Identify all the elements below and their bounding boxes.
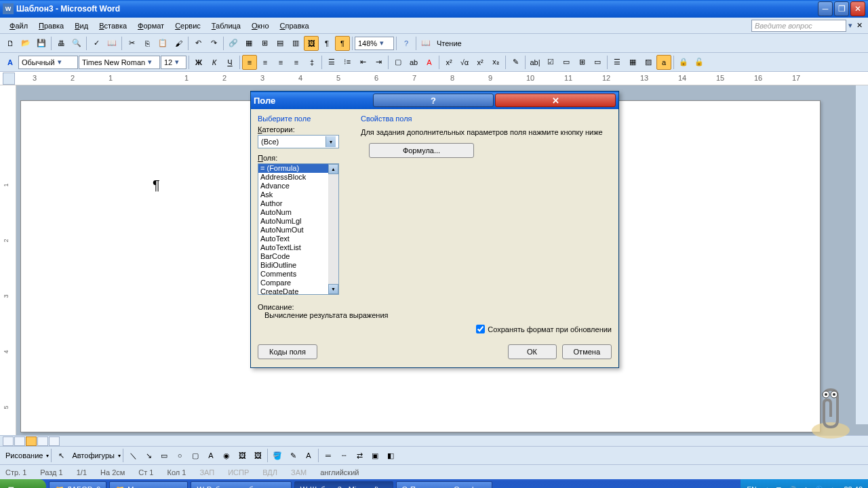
field-item[interactable]: AutoNumOut: [258, 226, 330, 235]
listbox-scrollbar[interactable]: ▲ ▼: [328, 164, 338, 294]
line-icon[interactable]: ＼: [125, 448, 140, 463]
highlight-icon[interactable]: ab: [406, 55, 421, 70]
tab-selector[interactable]: [3, 73, 15, 85]
arrow-icon[interactable]: ↘: [141, 448, 156, 463]
minimize-button[interactable]: ─: [818, 1, 833, 16]
textbox-icon[interactable]: ▢: [188, 448, 203, 463]
tray-icon-2[interactable]: 🖥: [773, 484, 784, 488]
numbering-icon[interactable]: ☰: [324, 55, 339, 70]
undo-icon[interactable]: ↶: [191, 36, 205, 51]
tray-clock[interactable]: 22:42: [844, 485, 863, 488]
menu-file[interactable]: Файл: [4, 20, 33, 31]
print-icon[interactable]: 🖶: [54, 36, 68, 51]
field-item[interactable]: AutoTextList: [258, 243, 330, 252]
taskbar-item[interactable]: OПереводчик Google ...: [396, 481, 492, 488]
horizontal-ruler[interactable]: 3211234567891011121314151617: [0, 72, 868, 85]
vertical-scrollbar[interactable]: [856, 85, 868, 424]
tray-icon-3[interactable]: 🔊: [787, 484, 797, 488]
field-item[interactable]: AutoNumLgl: [258, 217, 330, 226]
sup-icon[interactable]: x²: [473, 55, 488, 70]
hyperlink-icon[interactable]: 🔗: [226, 36, 241, 51]
field-item[interactable]: AddressBlock: [258, 173, 330, 182]
status-ovr[interactable]: ЗАМ: [291, 468, 307, 476]
fields-listbox[interactable]: = (Formula)AddressBlockAdvanceAskAuthorA…: [258, 163, 339, 295]
status-rec[interactable]: ЗАП: [199, 468, 214, 476]
align-center-icon[interactable]: ≡: [258, 55, 273, 70]
preview-icon[interactable]: 🔍: [69, 36, 84, 51]
excel-icon[interactable]: ▤: [273, 36, 288, 51]
preserve-checkbox[interactable]: [476, 325, 485, 333]
print-view-icon[interactable]: [26, 436, 37, 446]
dropdown-icon[interactable]: ▭: [559, 55, 574, 70]
fontcolor-icon[interactable]: A: [422, 55, 437, 70]
lang-indicator[interactable]: EN: [746, 484, 757, 488]
reading-view-icon[interactable]: [49, 436, 60, 446]
office-assistant[interactable]: [807, 386, 854, 441]
rect-icon[interactable]: ▭: [157, 448, 172, 463]
field-item[interactable]: = (Formula): [258, 164, 330, 173]
save-icon[interactable]: 💾: [34, 36, 49, 51]
linecolor-icon[interactable]: ✎: [285, 448, 300, 463]
copy-icon[interactable]: ⎘: [140, 36, 155, 51]
formfield-icon[interactable]: ▭: [590, 55, 605, 70]
dialog-close-button[interactable]: ✕: [495, 94, 616, 107]
lineweight-icon[interactable]: ═: [321, 448, 336, 463]
menu-window[interactable]: Окно: [246, 20, 275, 31]
taskbar-item[interactable]: 📁ЛАБОР_9: [49, 481, 107, 488]
underline-icon[interactable]: Ч: [222, 55, 237, 70]
indent-dec-icon[interactable]: ⇤: [355, 55, 370, 70]
sub-icon[interactable]: x₂: [488, 55, 503, 70]
protect-icon[interactable]: 🔓: [692, 55, 707, 70]
field-codes-button[interactable]: Коды поля: [258, 344, 317, 359]
research-icon[interactable]: 📖: [104, 36, 119, 51]
vertical-ruler[interactable]: 12345: [0, 85, 16, 435]
font-combo[interactable]: Times New Roman▾: [79, 56, 160, 69]
horizontal-scrollbar[interactable]: [63, 436, 865, 446]
bullets-icon[interactable]: ⁝≡: [340, 55, 355, 70]
taskbar-item[interactable]: WРобота з шаблонами...: [191, 481, 291, 488]
start-button[interactable]: ⊞ пуск: [0, 479, 46, 488]
scroll-down-icon[interactable]: ▼: [328, 284, 338, 294]
pen-icon[interactable]: ✎: [508, 55, 523, 70]
tray-icon-1[interactable]: ◀: [760, 484, 770, 488]
menu-table[interactable]: Таблица: [206, 20, 246, 31]
taskbar-item[interactable]: 📁Мои документы: [109, 481, 188, 488]
draw-menu[interactable]: Рисование: [3, 451, 45, 460]
field-item[interactable]: BarCode: [258, 252, 330, 261]
tray-icon-6[interactable]: ◆: [827, 484, 838, 488]
shade-icon[interactable]: ▨: [641, 55, 656, 70]
arrowstyle-icon[interactable]: ⇄: [352, 448, 367, 463]
status-trk[interactable]: ИСПР: [228, 468, 249, 476]
field-item[interactable]: AutoText: [258, 235, 330, 243]
field-item[interactable]: Advance: [258, 182, 330, 190]
show-a-icon[interactable]: a: [656, 55, 671, 70]
checkbox-icon[interactable]: ☑: [543, 55, 558, 70]
drawing-icon[interactable]: 🖼: [304, 36, 319, 51]
reading-icon[interactable]: 📖: [418, 36, 433, 51]
menu-edit[interactable]: Правка: [33, 20, 69, 31]
menu-format[interactable]: Формат: [132, 20, 170, 31]
close-doc-button[interactable]: ✕: [854, 21, 864, 30]
bold-icon[interactable]: Ж: [191, 55, 206, 70]
outline-view-icon[interactable]: [37, 436, 48, 446]
reading-label[interactable]: Чтение: [434, 39, 465, 47]
align-left-icon[interactable]: ≡: [242, 55, 257, 70]
table2-icon[interactable]: ▦: [625, 55, 640, 70]
field-item[interactable]: Author: [258, 199, 330, 208]
align-right-icon[interactable]: ≡: [273, 55, 288, 70]
picture-icon[interactable]: 🖼: [250, 448, 265, 463]
menu-insert[interactable]: Вставка: [94, 20, 132, 31]
select-icon[interactable]: ↖: [54, 448, 68, 463]
menu-help[interactable]: Справка: [275, 20, 315, 31]
clipart-icon[interactable]: 🖼: [235, 448, 250, 463]
insert-table-icon[interactable]: ⊞: [257, 36, 272, 51]
dialog-help-button[interactable]: ?: [373, 94, 494, 107]
categories-combo[interactable]: (Все)▾: [258, 135, 339, 148]
align-justify-icon[interactable]: ≡: [289, 55, 304, 70]
cancel-button[interactable]: Отмена: [562, 344, 612, 359]
size-combo[interactable]: 12▾: [161, 56, 186, 69]
field-item[interactable]: Compare: [258, 279, 330, 287]
diagram-icon[interactable]: ◉: [219, 448, 234, 463]
lock-icon[interactable]: 🔒: [676, 55, 691, 70]
style-combo[interactable]: Обычный▾: [18, 56, 78, 69]
